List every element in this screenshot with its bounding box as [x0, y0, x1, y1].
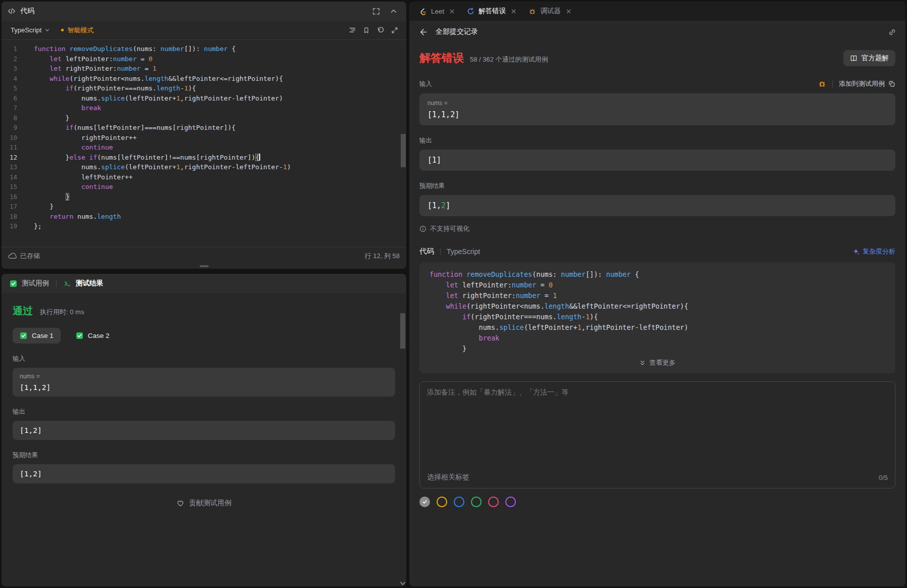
official-solution-button[interactable]: 官方题解: [843, 50, 895, 66]
tag-selector-label: 选择相关标签: [427, 473, 469, 482]
close-tab-icon[interactable]: [566, 9, 571, 14]
tab-label: 解答错误: [479, 7, 506, 16]
code-line: }: [34, 192, 406, 202]
line-number: 17: [2, 202, 17, 212]
line-number: 9: [2, 123, 17, 133]
no-visualization-label: 不支持可视化: [430, 224, 469, 233]
code-line: nums.splice(leftPointer+1,rightPointer-l…: [34, 162, 406, 172]
input-value: [1,1,2]: [427, 110, 887, 119]
contribute-testcase-link[interactable]: 贡献测试用例: [13, 499, 395, 508]
line-number: 5: [2, 83, 17, 93]
code-panel-title: 代码: [20, 7, 34, 16]
code-line: continue: [34, 142, 406, 153]
line-number: 6: [2, 93, 17, 104]
line-number: 8: [2, 113, 17, 123]
code-line: }: [34, 113, 406, 123]
editor-horizontal-scrollbar[interactable]: [2, 264, 406, 269]
color-tag-pink[interactable]: [488, 497, 499, 507]
runtime-label: 执行用时: 0 ms: [40, 308, 84, 317]
bookmark-button[interactable]: [360, 24, 373, 37]
color-tag-purple[interactable]: [505, 497, 516, 507]
code-line: let rightPointer:number = 1: [429, 290, 885, 301]
color-tag-yellow[interactable]: [437, 497, 447, 507]
editor-code-lines: function removeDuplicates(nums: number[]…: [25, 44, 406, 247]
color-tag-none[interactable]: [419, 497, 430, 507]
tag-selector-row[interactable]: 选择相关标签 0/5: [420, 467, 895, 488]
tab-testcases[interactable]: 测试用例: [10, 279, 49, 288]
fullscreen-editor-button[interactable]: [388, 24, 401, 37]
color-tag-green[interactable]: [471, 497, 482, 507]
debug-icon[interactable]: [818, 80, 826, 88]
collapse-panel-button[interactable]: [387, 5, 400, 18]
code-editor-panel: 代码 TypeScript 智能模式: [2, 2, 406, 269]
code-line: }: [34, 202, 406, 212]
testcase-input[interactable]: nums = [1,1,2]: [13, 368, 395, 397]
add-to-testcase-button[interactable]: 添加到测试用例: [839, 79, 895, 88]
format-code-button[interactable]: [346, 24, 359, 37]
mode-dot-icon: [61, 29, 64, 31]
tab-label: Leet: [431, 8, 444, 15]
left-column: 代码 TypeScript 智能模式: [2, 2, 406, 586]
code-line: leftPointer++: [34, 172, 406, 182]
leetcode-logo-icon: [419, 8, 427, 15]
code-editor[interactable]: 12345678910111213141516171819 function r…: [2, 40, 406, 247]
smart-mode-label: 智能模式: [67, 26, 93, 35]
line-number-gutter: 12345678910111213141516171819: [2, 44, 25, 247]
code-section-label: 代码: [419, 247, 434, 256]
copy-link-icon[interactable]: [885, 25, 898, 38]
editor-vertical-scrollbar[interactable]: [400, 40, 406, 247]
code-line: nums.splice(leftPointer+1,rightPointer-l…: [34, 93, 406, 104]
scrollbar-thumb[interactable]: [401, 134, 406, 167]
panel-tab-2[interactable]: 解答错误: [461, 2, 522, 21]
submission-expected: [1,2]: [419, 195, 895, 216]
line-number: 15: [2, 182, 17, 192]
tab-test-result[interactable]: 测试结果: [64, 279, 103, 288]
tab-test-result-label: 测试结果: [76, 279, 103, 288]
passed-summary: 58 / 362 个通过的测试用例: [470, 55, 548, 64]
expected-label: 预期结果: [13, 451, 395, 460]
tests-vertical-scrollbar[interactable]: [400, 313, 406, 578]
submission-output: [1]: [419, 150, 895, 171]
smart-mode-toggle[interactable]: 智能模式: [61, 26, 93, 35]
input-label: 输入: [419, 80, 432, 88]
color-tag-blue[interactable]: [454, 497, 464, 507]
submission-content: 解答错误 58 / 362 个通过的测试用例 官方题解 输入: [409, 43, 905, 586]
case-tabs: Case 1Case 2: [13, 328, 395, 344]
maximize-panel-button[interactable]: [369, 5, 383, 18]
close-tab-icon[interactable]: [449, 9, 455, 14]
case-tab-1[interactable]: Case 1: [13, 328, 61, 344]
contribute-label: 贡献测试用例: [189, 499, 231, 508]
language-select[interactable]: TypeScript: [7, 24, 54, 36]
scrollbar-thumb[interactable]: [400, 313, 405, 349]
copy-icon: [888, 80, 895, 87]
check-square-icon: [76, 332, 83, 339]
close-tab-icon[interactable]: [511, 9, 516, 14]
case-tab-2[interactable]: Case 2: [69, 328, 117, 344]
line-number: 13: [2, 162, 17, 172]
expected-label: 预期结果: [419, 182, 895, 190]
color-tag-row: [419, 497, 895, 507]
double-chevron-down-icon: [639, 360, 646, 366]
submission-subheader: 全部提交记录: [409, 21, 905, 43]
save-status: 已存储: [8, 252, 40, 261]
code-line: let leftPointer:number = 0: [34, 54, 406, 64]
reset-code-button[interactable]: [374, 24, 387, 37]
scroll-down-arrow-icon[interactable]: [400, 581, 405, 585]
panel-tab-1[interactable]: Leet: [413, 2, 461, 21]
expected-value: [1,2]: [20, 470, 42, 478]
complexity-analysis-link[interactable]: 复杂度分析: [852, 247, 895, 256]
case-label: Case 1: [32, 332, 54, 339]
judge-icon: [467, 8, 474, 15]
scrollbar-thumb[interactable]: [200, 265, 209, 267]
back-button[interactable]: [416, 25, 429, 38]
panel-tab-3[interactable]: 调试器: [522, 2, 578, 21]
note-input[interactable]: [420, 382, 895, 467]
code-line: nums.splice(leftPointer+1,rightPointer-l…: [429, 322, 885, 333]
input-value[interactable]: [1,1,2]: [20, 383, 388, 391]
view-more-button[interactable]: 查看更多: [429, 358, 885, 369]
note-editor: 选择相关标签 0/5: [419, 381, 895, 488]
line-number: 10: [2, 133, 17, 143]
text-cursor: [259, 154, 260, 161]
line-number: 4: [2, 74, 17, 84]
check-square-icon: [20, 332, 27, 339]
